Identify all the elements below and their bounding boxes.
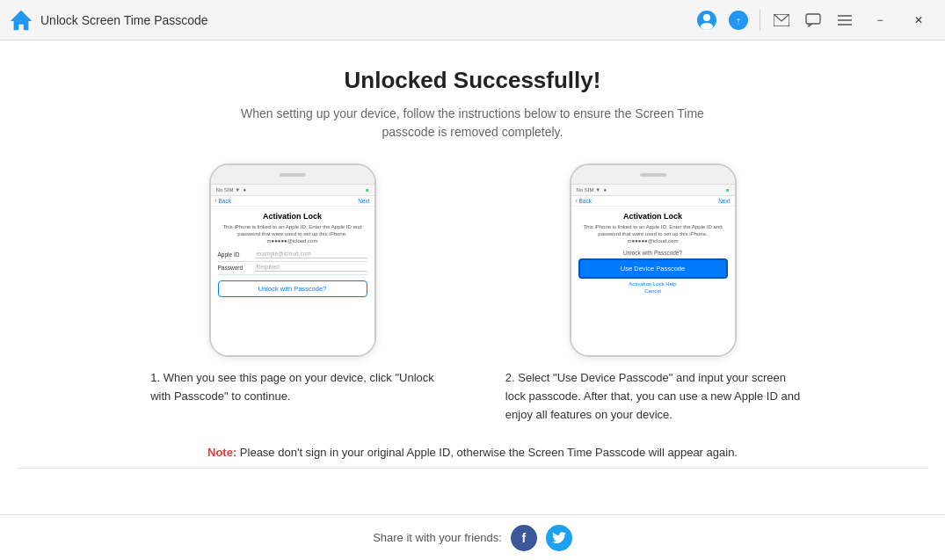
twitter-button[interactable] [546, 525, 572, 551]
screen-signal-1: ■ [366, 187, 369, 193]
title-bar-controls: ↑ − ✕ [693, 6, 936, 34]
phone-screen-1: No SIM ▼ ● ■ ‹ Back Next Activation Lock… [211, 185, 374, 355]
step2-desc: 2. Select "Use Device Passcode" and inpu… [505, 369, 800, 424]
footer: Share it with your friends: f [0, 514, 945, 560]
use-device-btn-2[interactable]: Use Device Passcode [578, 258, 728, 279]
phone-screen-2: No SIM ▼ ● ■ ‹ Back Next Activation Lock… [571, 185, 735, 355]
upgrade-icon-btn[interactable]: ↑ [724, 6, 752, 34]
avatar-icon [697, 11, 716, 30]
divider-bottom [18, 468, 927, 469]
password-label-1: Password [218, 265, 251, 271]
activation-lock-help-2: Activation Lock Help [578, 281, 728, 287]
screen-signal-2: ■ [726, 187, 730, 193]
unlock-with-passcode-label-2: Unlock with Passcode? [578, 250, 728, 256]
screen-header-1: No SIM ▼ ● ■ [211, 185, 374, 196]
svg-point-3 [701, 23, 713, 30]
back-link-1: ‹ Back [215, 198, 231, 204]
twitter-icon [552, 532, 566, 544]
svg-text:↑: ↑ [736, 15, 741, 25]
minimize-button[interactable]: − [862, 6, 898, 34]
chat-icon [805, 13, 821, 27]
home-icon [9, 8, 33, 33]
step1-desc: 1. When you see this page on your device… [150, 369, 434, 406]
note-row: Note: Please don't sign in your original… [207, 446, 738, 459]
back-link-2: ‹ Back [576, 198, 592, 204]
mail-icon [774, 14, 789, 26]
success-title: Unlocked Successfully! [345, 67, 601, 94]
screen-title-1: Activation Lock [218, 212, 367, 221]
next-link-1: Next [358, 198, 369, 204]
phone-top-1 [211, 165, 374, 185]
password-input-1: Required [255, 263, 367, 272]
screen-text-1: This iPhone is linked to an Apple ID. En… [218, 224, 367, 244]
svg-point-2 [703, 14, 710, 21]
success-subtitle: When setting up your device, follow the … [241, 105, 704, 142]
menu-icon [838, 15, 852, 25]
screen-field-appleid-1: Apple ID example@icloud.com [218, 250, 367, 258]
screen-status-1: No SIM ▼ ● [216, 187, 247, 193]
screen-status-2: No SIM ▼ ● [577, 187, 607, 193]
title-bar: Unlock Screen Time Passcode ↑ [0, 0, 945, 40]
screen-text-2: This iPhone is linked to an Apple ID. En… [578, 224, 728, 244]
phone-top-2 [571, 165, 735, 185]
step-1-column: No SIM ▼ ● ■ ‹ Back Next Activation Lock… [139, 164, 447, 424]
upgrade-icon: ↑ [729, 11, 748, 30]
appleid-label-1: Apple ID [218, 251, 251, 258]
step-2-column: No SIM ▼ ● ■ ‹ Back Next Activation Lock… [499, 164, 807, 424]
screen-field-password-1: Password Required [218, 263, 367, 272]
share-text: Share it with your friends: [373, 531, 502, 544]
svg-rect-7 [806, 14, 820, 24]
steps-area: No SIM ▼ ● ■ ‹ Back Next Activation Lock… [139, 164, 807, 424]
next-link-2: Next [718, 198, 730, 204]
main-content: Unlocked Successfully! When setting up y… [0, 40, 945, 514]
avatar-icon-btn[interactable] [693, 6, 721, 34]
appleid-input-1: example@icloud.com [255, 250, 367, 258]
screen-title-2: Activation Lock [578, 212, 728, 221]
note-label: Note: [207, 446, 236, 459]
close-button[interactable]: ✕ [901, 6, 936, 34]
phone-speaker-2 [640, 173, 666, 177]
phone-speaker-1 [280, 173, 306, 177]
phone-mockup-1: No SIM ▼ ● ■ ‹ Back Next Activation Lock… [209, 164, 376, 357]
svg-marker-0 [11, 10, 32, 29]
menu-icon-btn[interactable] [831, 6, 859, 34]
facebook-button[interactable]: f [511, 525, 537, 551]
screen-body-2: Activation Lock This iPhone is linked to… [571, 207, 735, 299]
divider-v [760, 10, 760, 31]
screen-body-1: Activation Lock This iPhone is linked to… [211, 207, 374, 302]
chat-icon-btn[interactable] [799, 6, 827, 34]
screen-header-2: No SIM ▼ ● ■ [571, 185, 735, 196]
unlock-passcode-btn-1[interactable]: Unlock with Passcode? [218, 280, 367, 297]
note-text: Please don't sign in your original Apple… [236, 446, 738, 459]
cancel-link-2: Cancel [578, 288, 728, 294]
title-bar-title: Unlock Screen Time Passcode [40, 13, 693, 27]
mail-icon-btn[interactable] [767, 6, 796, 34]
phone-mockup-2: No SIM ▼ ● ■ ‹ Back Next Activation Lock… [570, 164, 737, 357]
